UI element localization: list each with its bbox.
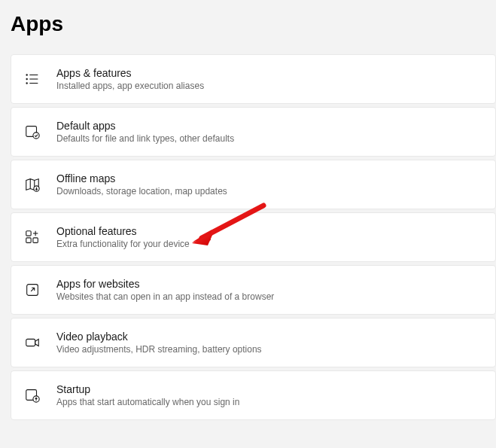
list-icon xyxy=(23,70,41,88)
svg-point-2 xyxy=(26,78,27,80)
card-title: Apps & features xyxy=(56,67,204,79)
startup-icon xyxy=(23,386,41,404)
svg-rect-11 xyxy=(26,231,31,236)
card-startup[interactable]: Startup Apps that start automatically wh… xyxy=(11,370,496,420)
map-icon xyxy=(23,175,41,194)
card-title: Video playback xyxy=(56,331,262,343)
svg-rect-13 xyxy=(33,238,38,242)
apps-card-list: Apps & features Installed apps, app exec… xyxy=(0,54,496,420)
card-title: Apps for websites xyxy=(56,278,274,290)
svg-rect-17 xyxy=(26,339,35,346)
card-subtitle: Video adjustments, HDR streaming, batter… xyxy=(56,344,262,355)
card-subtitle: Defaults for file and link types, other … xyxy=(56,133,234,144)
card-optional-features[interactable]: Optional features Extra functionality fo… xyxy=(11,212,496,262)
optional-features-icon xyxy=(23,228,41,246)
svg-rect-12 xyxy=(26,238,31,242)
video-icon xyxy=(23,334,41,352)
svg-point-7 xyxy=(33,133,39,139)
card-title: Startup xyxy=(56,383,239,395)
card-subtitle: Downloads, storage location, map updates xyxy=(56,186,227,197)
card-subtitle: Websites that can open in an app instead… xyxy=(56,291,274,302)
card-apps-for-websites[interactable]: Apps for websites Websites that can open… xyxy=(11,265,496,315)
open-external-icon xyxy=(23,281,41,299)
card-title: Optional features xyxy=(56,225,190,237)
page-title: Apps xyxy=(11,12,496,36)
card-default-apps[interactable]: Default apps Defaults for file and link … xyxy=(11,107,496,157)
card-subtitle: Apps that start automatically when you s… xyxy=(56,397,239,407)
svg-point-4 xyxy=(26,82,27,84)
card-title: Offline maps xyxy=(56,172,227,184)
card-title: Default apps xyxy=(56,120,234,132)
card-subtitle: Installed apps, app execution aliases xyxy=(56,81,204,91)
card-subtitle: Extra functionality for your device xyxy=(56,239,190,249)
svg-point-0 xyxy=(26,74,27,75)
card-video-playback[interactable]: Video playback Video adjustments, HDR st… xyxy=(11,318,496,367)
card-offline-maps[interactable]: Offline maps Downloads, storage location… xyxy=(11,160,496,209)
default-apps-icon xyxy=(23,123,41,141)
card-apps-features[interactable]: Apps & features Installed apps, app exec… xyxy=(11,54,496,104)
